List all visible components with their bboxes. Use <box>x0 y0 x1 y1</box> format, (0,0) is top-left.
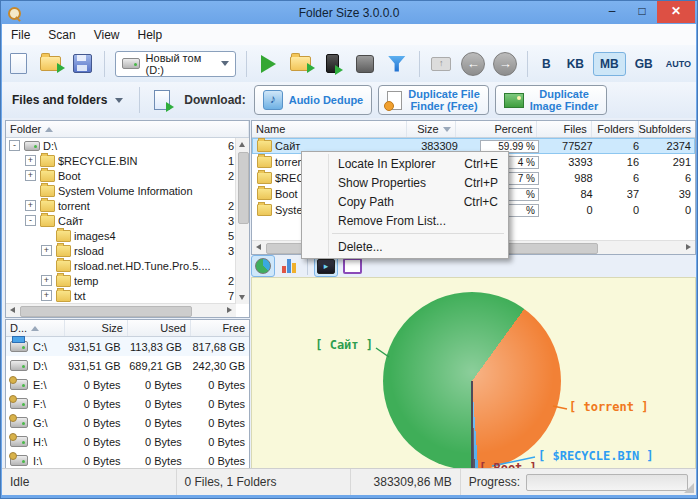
col-subfolders[interactable]: Subfolders <box>639 121 695 137</box>
tree-expander[interactable]: + <box>25 200 36 211</box>
unit-gb-button[interactable]: GB <box>628 52 660 76</box>
resize-grip[interactable] <box>684 483 694 493</box>
col-files[interactable]: Files <box>537 121 591 137</box>
open-report-button[interactable] <box>36 50 64 78</box>
folder-icon <box>257 204 272 216</box>
drive-row[interactable]: E:\0 Bytes0 Bytes0 Bytes <box>6 375 249 394</box>
tree-row[interactable]: +temp2 <box>6 273 236 288</box>
drive-letter: H:\ <box>33 436 47 448</box>
scroll-left-icon[interactable] <box>256 244 261 250</box>
tree-row[interactable]: +Boot2 <box>6 168 236 183</box>
tree-expander[interactable]: + <box>25 155 36 166</box>
drives-header-free[interactable]: Free <box>191 320 249 336</box>
scroll-left-icon[interactable] <box>10 307 15 313</box>
tree-row[interactable]: +$RECYCLE.BIN1 <box>6 153 236 168</box>
close-button[interactable]: ✕ <box>657 1 695 23</box>
tree-row[interactable]: -Сайт3 <box>6 213 236 228</box>
tree-expander[interactable]: + <box>25 170 36 181</box>
new-report-button[interactable] <box>4 50 32 78</box>
col-name[interactable]: Name <box>252 121 407 137</box>
scroll-right-icon[interactable] <box>686 244 691 250</box>
menu-scan[interactable]: Scan <box>39 28 84 42</box>
forward-button[interactable]: → <box>491 50 519 78</box>
drive-row[interactable]: D:\931,51 GB689,21 GB242,30 GB <box>6 356 249 375</box>
tree-row[interactable]: rsload.net.HD.Tune.Pro.5.... <box>6 258 236 273</box>
save-report-button[interactable] <box>68 50 96 78</box>
drive-selector[interactable]: Новый том (D:) <box>115 51 237 77</box>
back-button[interactable]: ← <box>459 50 487 78</box>
tree-row[interactable]: +txt7 <box>6 288 236 303</box>
drive-free-cell: 0 Bytes <box>186 436 249 448</box>
back-arrow-icon: ← <box>461 52 485 76</box>
tree-item-value: 6 <box>220 140 234 152</box>
tree-row[interactable]: images45 <box>6 228 236 243</box>
file-files-cell: 3393 <box>543 156 597 168</box>
tree-row[interactable]: -D:\6 <box>6 138 236 153</box>
tree-vertical-scrollbar[interactable] <box>235 138 249 304</box>
menu-item[interactable]: Remove From List... <box>302 211 508 230</box>
audio-dedupe-button[interactable]: ♪ Audio Dedupe <box>254 85 373 115</box>
menu-item[interactable]: Delete... <box>302 237 508 256</box>
tree-row[interactable]: +rsload3 <box>6 243 236 258</box>
col-size[interactable]: Size <box>407 121 456 137</box>
tree-item-value: 3 <box>220 245 234 257</box>
duplicate-image-finder-button[interactable]: DuplicateImage Finder <box>495 85 607 115</box>
menu-item[interactable]: Copy PathCtrl+C <box>302 192 508 211</box>
tree-item-value: 2 <box>220 170 234 182</box>
menu-help[interactable]: Help <box>129 28 172 42</box>
parent-folder-button[interactable]: ↑ <box>427 50 455 78</box>
minimize-button[interactable]: – <box>597 1 627 23</box>
tree-item-label: D:\ <box>43 140 220 152</box>
tree-row[interactable]: +torrent2 <box>6 198 236 213</box>
menu-item[interactable]: Locate In ExplorerCtrl+E <box>302 154 508 173</box>
scope-dropdown[interactable]: Files and folders <box>2 87 133 113</box>
drive-row[interactable]: H:\0 Bytes0 Bytes0 Bytes <box>6 432 249 451</box>
maximize-button[interactable]: □ <box>627 1 657 23</box>
tree-expander[interactable]: - <box>25 215 36 226</box>
col-percent[interactable]: Percent <box>456 121 538 137</box>
drive-row[interactable]: G:\0 Bytes0 Bytes0 Bytes <box>6 413 249 432</box>
drives-header-used[interactable]: Used <box>128 320 191 336</box>
tree-horizontal-scrollbar[interactable] <box>6 303 236 317</box>
tree-expander[interactable]: + <box>41 245 52 256</box>
callout-torrent: [ torrent ] <box>569 400 648 414</box>
scrollbar-thumb[interactable] <box>238 152 249 224</box>
menu-view[interactable]: View <box>85 28 129 42</box>
unit-auto-button[interactable]: AUTO <box>662 52 695 76</box>
drives-header-drive[interactable]: D... <box>6 320 65 336</box>
folder-icon <box>56 260 71 272</box>
menu-file[interactable]: File <box>2 28 39 42</box>
actions-toolbar: Files and folders Download: ♪ Audio Dedu… <box>2 82 696 119</box>
tab-bar-chart[interactable] <box>277 255 301 277</box>
drives-header-size[interactable]: Size <box>65 320 128 336</box>
play-icon <box>261 55 276 73</box>
tree-header-folder[interactable]: Folder <box>6 121 249 137</box>
drive-row[interactable]: C:\931,51 GB113,83 GB817,68 GB <box>6 337 249 356</box>
scan-computer-button[interactable] <box>319 50 347 78</box>
duplicate-file-finder-button[interactable]: Duplicate FileFinder (Free) <box>378 85 489 115</box>
status-total-size: 383309,86 MB <box>351 469 461 495</box>
tab-pie-chart[interactable] <box>251 255 275 277</box>
unit-bytes-button[interactable]: B <box>535 52 558 76</box>
tree-expander[interactable]: + <box>41 290 52 301</box>
unit-kb-button[interactable]: KB <box>560 52 591 76</box>
tree-row[interactable]: System Volume Information <box>6 183 236 198</box>
tree-expander[interactable]: + <box>41 275 52 286</box>
scroll-right-icon[interactable] <box>227 307 232 313</box>
tree-item-label: $RECYCLE.BIN <box>58 155 220 167</box>
col-folders[interactable]: Folders <box>592 121 639 137</box>
tree-expander[interactable]: - <box>9 140 20 151</box>
menu-item[interactable]: Show PropertiesCtrl+P <box>302 173 508 192</box>
filter-button[interactable] <box>383 50 411 78</box>
scan-stop-button[interactable] <box>351 50 379 78</box>
title-bar: Folder Size 3.0.0.0 – □ ✕ <box>1 1 697 24</box>
export-report-button[interactable] <box>148 86 176 114</box>
scroll-up-icon[interactable] <box>239 142 245 147</box>
scrollbar-thumb[interactable] <box>20 306 192 317</box>
scroll-down-icon[interactable] <box>239 295 245 300</box>
scan-folder-button[interactable] <box>287 50 315 78</box>
drive-row[interactable]: F:\0 Bytes0 Bytes0 Bytes <box>6 394 249 413</box>
menu-item-shortcut: Ctrl+C <box>464 195 498 209</box>
scan-start-button[interactable] <box>255 50 283 78</box>
unit-mb-button[interactable]: MB <box>593 52 626 76</box>
